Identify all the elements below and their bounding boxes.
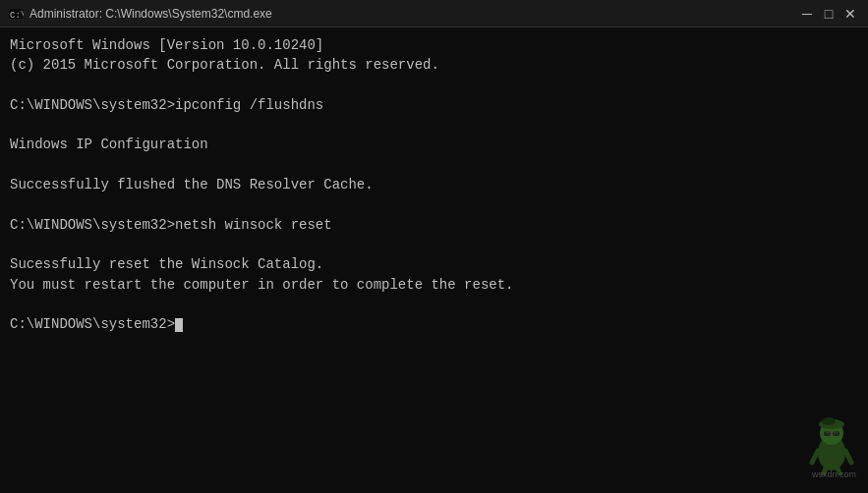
window-title: Administrator: C:\Windows\System32\cmd.e… (29, 7, 797, 21)
maximize-button[interactable]: □ (819, 4, 839, 24)
console-line: Windows IP Configuration (10, 135, 858, 154)
console-line (10, 76, 858, 95)
svg-point-6 (822, 417, 836, 425)
watermark-text: wsxdn.com (812, 468, 856, 481)
close-button[interactable]: ✕ (840, 4, 860, 24)
console-line: Successfully flushed the DNS Resolver Ca… (10, 175, 858, 194)
watermark: wsxdn.com (807, 411, 856, 481)
console-line: You must restart the computer in order t… (10, 275, 858, 295)
console-text-area: Microsoft Windows [Version 10.0.10240](c… (10, 35, 858, 334)
svg-line-14 (812, 451, 818, 463)
cmd-icon: C:\ (8, 6, 24, 22)
watermark-figure (807, 411, 856, 475)
console-line (10, 295, 858, 314)
svg-text:C:\: C:\ (10, 11, 24, 21)
console-line: Sucessfully reset the Winsock Catalog. (10, 254, 858, 274)
console-line: (c) 2015 Microsoft Corporation. All righ… (10, 55, 858, 75)
console-line (10, 194, 858, 214)
console-line (10, 235, 858, 254)
console-line: Microsoft Windows [Version 10.0.10240] (10, 35, 858, 55)
svg-line-15 (845, 451, 851, 463)
console-line (10, 115, 858, 135)
console-line (10, 155, 858, 175)
window-controls: ─ □ ✕ (797, 4, 860, 24)
console-line: C:\WINDOWS\system32>ipconfig /flushdns (10, 95, 858, 115)
console-line: C:\WINDOWS\system32> (10, 314, 858, 334)
console-output[interactable]: Microsoft Windows [Version 10.0.10240](c… (0, 27, 868, 493)
cursor-blink (175, 318, 183, 332)
console-line: C:\WINDOWS\system32>netsh winsock reset (10, 215, 858, 235)
title-bar: C:\ Administrator: C:\Windows\System32\c… (0, 0, 868, 27)
minimize-button[interactable]: ─ (797, 4, 817, 24)
svg-rect-12 (833, 431, 839, 436)
svg-rect-11 (824, 431, 831, 436)
